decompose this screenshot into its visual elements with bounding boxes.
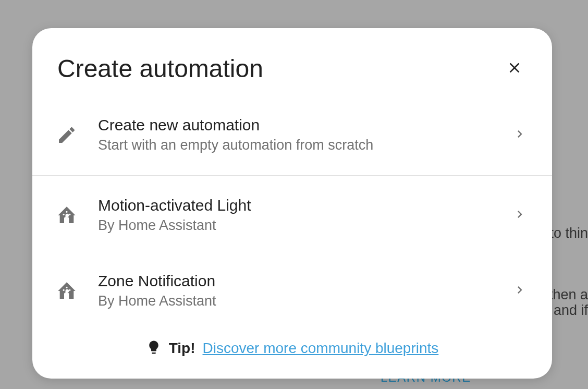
create-automation-dialog: Create automation Create new automation … bbox=[32, 28, 552, 379]
blueprint-motion-light-item[interactable]: Motion-activated Light By Home Assistant bbox=[32, 176, 552, 251]
item-subtitle: Start with an empty automation from scra… bbox=[98, 137, 512, 153]
lightbulb-icon bbox=[146, 339, 162, 357]
chevron-right-icon bbox=[512, 127, 527, 143]
close-button[interactable] bbox=[506, 59, 523, 78]
blueprint-zone-notification-item[interactable]: Zone Notification By Home Assistant bbox=[32, 251, 552, 327]
tip-row: Tip! Discover more community blueprints bbox=[32, 327, 552, 373]
item-title: Motion-activated Light bbox=[98, 197, 512, 214]
pencil-icon bbox=[55, 124, 78, 147]
item-subtitle: By Home Assistant bbox=[98, 293, 512, 309]
item-subtitle: By Home Assistant bbox=[98, 217, 512, 234]
tip-label: Tip! bbox=[169, 340, 195, 357]
item-title: Zone Notification bbox=[98, 272, 512, 290]
home-assistant-icon bbox=[55, 204, 78, 227]
item-text: Create new automation Start with an empt… bbox=[98, 116, 512, 153]
background-text: and if bbox=[554, 302, 588, 319]
home-assistant-icon bbox=[55, 279, 78, 302]
item-title: Create new automation bbox=[98, 116, 512, 134]
chevron-right-icon bbox=[512, 207, 527, 224]
dialog-title: Create automation bbox=[57, 54, 263, 83]
chevron-right-icon bbox=[512, 283, 527, 299]
create-new-automation-item[interactable]: Create new automation Start with an empt… bbox=[32, 99, 552, 176]
background-text: then a bbox=[549, 287, 588, 303]
item-text: Motion-activated Light By Home Assistant bbox=[98, 197, 512, 234]
dialog-header: Create automation bbox=[32, 28, 552, 99]
item-text: Zone Notification By Home Assistant bbox=[98, 272, 512, 309]
discover-blueprints-link[interactable]: Discover more community blueprints bbox=[203, 340, 439, 357]
background-text: to thin bbox=[549, 225, 588, 241]
close-icon bbox=[506, 59, 523, 78]
